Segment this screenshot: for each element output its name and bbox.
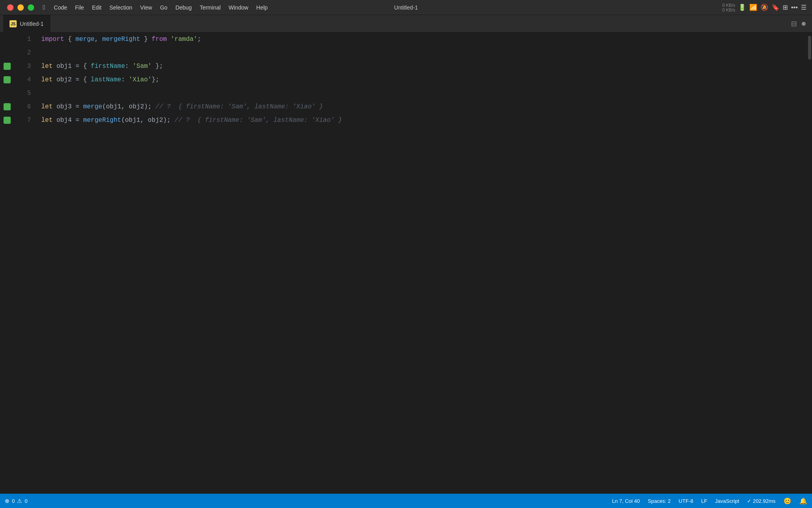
tab-filename: Untitled-1 (20, 21, 44, 27)
token-sp3a: obj1 = { (53, 60, 91, 73)
line-numbers: 1 2 3 4 5 6 7 (14, 33, 38, 494)
token-close3: }; (151, 60, 163, 73)
line-num-5: 5 (14, 87, 31, 100)
breakpoint-column (0, 33, 14, 494)
bookmark-icon: 🔖 (772, 4, 779, 11)
token-let6: let (41, 100, 53, 114)
minimize-button[interactable] (17, 4, 24, 11)
status-encoding[interactable]: UTF-8 (679, 498, 693, 504)
menu-file[interactable]: File (71, 0, 88, 15)
menu-code[interactable]: Code (50, 0, 71, 15)
menu-terminal[interactable]: Terminal (196, 0, 225, 15)
token-space2: } (140, 33, 152, 46)
menu-selection[interactable]: Selection (105, 0, 136, 15)
breakpoint-dot-7[interactable] (4, 117, 11, 124)
menu-view[interactable]: View (136, 0, 156, 15)
token-space1: { (64, 33, 76, 46)
token-let3: let (41, 60, 53, 73)
code-line-6: let obj3 = merge (obj1, obj2); // ? { fi… (41, 100, 807, 114)
token-from: from (151, 33, 167, 46)
code-line-5 (41, 87, 807, 100)
token-paren6a: (obj1, obj2); (102, 100, 155, 114)
close-button[interactable] (7, 4, 13, 11)
clock-icon: 🔕 (760, 4, 768, 11)
token-firstname3: firstName (91, 60, 125, 73)
menu-window[interactable]: Window (225, 0, 253, 15)
status-emoji[interactable]: 😊 (783, 497, 791, 505)
scrollbar-thumb[interactable] (808, 36, 811, 60)
window-title: Untitled-1 (394, 4, 418, 11)
line-num-4: 4 (14, 73, 31, 87)
token-sam: 'Sam' (132, 60, 151, 73)
menu-edit[interactable]: Edit (88, 0, 105, 15)
scrollbar[interactable] (807, 33, 812, 494)
network-status: 0 KB/s0 KB/s (722, 3, 735, 12)
error-icon: ⊗ (5, 498, 10, 504)
status-language[interactable]: JavaScript (715, 498, 739, 504)
menu-help[interactable]: Help (252, 0, 272, 15)
status-position[interactable]: Ln 7, Col 40 (612, 498, 640, 504)
token-colon4: : (121, 73, 129, 87)
split-editor-icon[interactable]: ⊟ (791, 19, 797, 28)
token-colon3: : (125, 60, 132, 73)
token-xiao: 'Xiao' (129, 73, 152, 87)
menu-debug[interactable]: Debug (171, 0, 195, 15)
token-merge: merge (75, 33, 94, 46)
menu-go[interactable]: Go (156, 0, 172, 15)
line-num-1: 1 (14, 33, 31, 46)
line-num-7: 7 (14, 114, 31, 127)
line-num-2: 2 (14, 46, 31, 60)
more-icon: ••• (791, 4, 798, 11)
status-bell[interactable]: 🔔 (799, 497, 807, 505)
code-editor[interactable]: import { merge , mergeRight } from 'ramd… (38, 33, 807, 494)
line-num-3: 3 (14, 60, 31, 73)
breakpoint-3 (0, 60, 14, 73)
breakpoint-dot-4[interactable] (4, 76, 11, 83)
list-icon: ☰ (801, 4, 806, 11)
line-num-6: 6 (14, 100, 31, 114)
maximize-button[interactable] (28, 4, 34, 11)
code-line-2 (41, 46, 807, 60)
breakpoint-7 (0, 114, 14, 127)
wifi-icon: 📶 (749, 4, 757, 11)
status-spaces[interactable]: Spaces: 2 (648, 498, 671, 504)
token-comment6: // ? { firstName: 'Sam', lastName: 'Xiao… (155, 100, 323, 114)
token-merge6: merge (83, 100, 102, 114)
tab-right-icons: ⊟ (791, 19, 812, 28)
token-mergeright7: mergeRight (83, 114, 121, 127)
warning-icon: ⚠ (17, 498, 22, 504)
status-errors[interactable]: ⊗ 0 ⚠ 0 (5, 498, 27, 504)
breakpoint-dot-6[interactable] (4, 103, 11, 110)
status-bar: ⊗ 0 ⚠ 0 Ln 7, Col 40 Spaces: 2 UTF-8 LF … (0, 494, 812, 508)
titlebar-right: 0 KB/s0 KB/s 🔋 📶 🔕 🔖 ⊞ ••• ☰ (722, 3, 812, 12)
breakpoint-1 (0, 33, 14, 46)
token-sp6a: obj3 = (53, 100, 83, 114)
titlebar:  Code File Edit Selection View Go Debug… (0, 0, 812, 15)
token-comma: , (94, 33, 102, 46)
token-import: import (41, 33, 64, 46)
extensions-icon: ⊞ (783, 4, 788, 11)
status-timing: ✓ 202.92ms (747, 498, 776, 504)
apple-menu[interactable]:  (38, 0, 50, 15)
js-icon: JS (10, 20, 17, 27)
breakpoint-2 (0, 46, 14, 60)
token-ramda: 'ramda' (170, 33, 197, 46)
code-line-7: let obj4 = mergeRight (obj1, obj2); // ?… (41, 114, 807, 127)
status-line-ending[interactable]: LF (701, 498, 707, 504)
token-space3 (167, 33, 171, 46)
token-semi1: ; (197, 33, 201, 46)
menu-bar:  Code File Edit Selection View Go Debug… (38, 0, 272, 15)
editor-tab[interactable]: JS Untitled-1 (3, 15, 50, 33)
traffic-lights (0, 4, 34, 11)
token-close4: }; (151, 73, 159, 87)
status-right: Ln 7, Col 40 Spaces: 2 UTF-8 LF JavaScri… (612, 497, 807, 505)
token-comment7: // ? { firstName: 'Sam', lastName: 'Xiao… (174, 114, 342, 127)
code-line-1: import { merge , mergeRight } from 'ramd… (41, 33, 807, 46)
editor-container: 1 2 3 4 5 6 7 import { merge , mergeRigh… (0, 33, 812, 494)
token-paren7a: (obj1, obj2); (121, 114, 174, 127)
code-line-3: let obj1 = { firstName : 'Sam' }; (41, 60, 807, 73)
battery-icon: 🔋 (738, 4, 746, 11)
warning-count: 0 (25, 498, 27, 504)
breakpoint-dot-3[interactable] (4, 63, 11, 70)
breakpoint-4 (0, 73, 14, 87)
